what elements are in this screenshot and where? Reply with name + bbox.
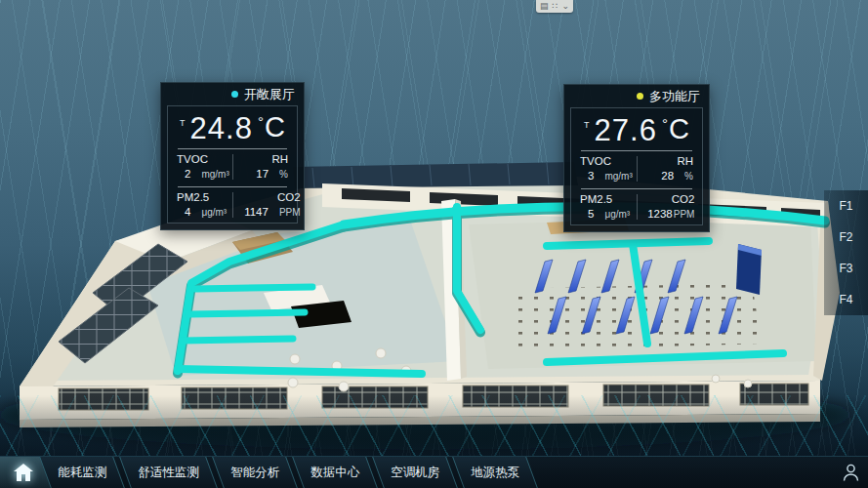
tab-smart-analysis[interactable]: 智能分析 (212, 457, 298, 488)
tvoc-label: TVOC (580, 155, 633, 167)
rh-metric: RH 28% (641, 155, 702, 182)
home-icon (14, 464, 33, 481)
floor-button-f4[interactable]: F4 (824, 284, 868, 315)
viewer-mini-toolbar: ▤ ∷ ⌄ (536, 0, 573, 13)
tvoc-label: TVOC (177, 153, 229, 165)
tab-comfort-monitoring[interactable]: 舒适性监测 (119, 457, 217, 488)
co2-value: 1238 (647, 208, 673, 220)
user-button[interactable] (839, 461, 862, 484)
nav-tabs: 能耗监测 舒适性监测 智能分析 数据中心 空调机房 地源热泵 (45, 457, 532, 488)
pm-co2-row: PM2.5 4μg/m³ CO2 1147PPM (168, 187, 297, 223)
divider (232, 154, 233, 180)
co2-unit: PPM (674, 209, 695, 220)
panel-title: 开敞展厅 (244, 86, 295, 103)
divider (637, 194, 638, 220)
temperature-reading: T 27.6 ° C (571, 108, 702, 148)
pm25-label: PM2.5 (177, 191, 227, 203)
tvoc-rh-row: TVOC 2mg/m³ RH 17% (168, 149, 297, 184)
temp-label: T (180, 118, 186, 128)
tab-label: 数据中心 (310, 465, 359, 481)
pm25-unit: μg/m³ (604, 209, 630, 220)
panel-body: T 24.8 ° C TVOC 2mg/m³ RH 17% (167, 105, 298, 224)
co2-unit: PPM (279, 207, 301, 218)
pm-co2-row: PM2.5 5μg/m³ CO2 1238PPM (571, 189, 702, 224)
co2-value: 1147 (244, 206, 269, 218)
floor-button-f2[interactable]: F2 (824, 222, 868, 253)
rh-unit: % (279, 169, 288, 180)
floor-button-f1[interactable]: F1 (824, 190, 868, 222)
rh-value: 28 (661, 170, 674, 182)
tab-data-center[interactable]: 数据中心 (292, 457, 378, 488)
pm25-value: 4 (185, 206, 190, 218)
panel-body: T 27.6 ° C TVOC 3mg/m³ RH 28% (570, 107, 703, 225)
temp-unit: C (265, 113, 285, 142)
temp-label: T (584, 120, 590, 130)
rh-value: 17 (256, 168, 269, 180)
degree-symbol: ° (258, 113, 264, 130)
bottom-nav-bar: 能耗监测 舒适性监测 智能分析 数据中心 空调机房 地源热泵 (0, 456, 868, 488)
co2-metric: CO2 1147PPM (235, 191, 309, 218)
rh-metric: RH 17% (238, 153, 297, 180)
tvoc-value: 3 (588, 170, 594, 182)
building-3d-view[interactable] (0, 0, 868, 488)
pm25-label: PM2.5 (580, 193, 630, 205)
co2-label: CO2 (647, 193, 694, 205)
temp-unit: C (669, 115, 689, 143)
user-icon (843, 464, 859, 481)
tab-label: 智能分析 (230, 465, 279, 481)
tab-ground-source-heat-pump[interactable]: 地源热泵 (452, 457, 538, 488)
co2-label: CO2 (244, 191, 300, 203)
sensor-panel-multifunction-hall: 多功能厅 T 27.6 ° C TVOC 3mg/m³ RH 28% (563, 84, 710, 232)
tvoc-value: 2 (185, 168, 190, 180)
tab-label: 能耗监测 (58, 465, 106, 481)
rh-unit: % (684, 171, 693, 182)
tvoc-unit: mg/m³ (201, 169, 228, 180)
temp-value: 24.8 (190, 113, 253, 143)
pm25-unit: μg/m³ (201, 207, 227, 218)
tab-energy-monitoring[interactable]: 能耗监测 (39, 457, 125, 488)
tab-label: 舒适性监测 (138, 465, 199, 481)
layers-icon[interactable]: ▤ (540, 2, 549, 11)
divider (232, 192, 233, 218)
pm25-value: 5 (588, 208, 594, 220)
temp-value: 27.6 (595, 115, 657, 145)
rh-label: RH (650, 155, 693, 167)
panel-title: 多功能厅 (649, 88, 700, 105)
status-dot-icon (231, 91, 238, 98)
status-dot-icon (637, 93, 643, 100)
rh-label: RH (247, 153, 288, 165)
tab-ac-machine-room[interactable]: 空调机房 (372, 457, 458, 488)
sensor-panel-open-hall: 开敞展厅 T 24.8 ° C TVOC 2mg/m³ RH 17% (160, 82, 305, 230)
tvoc-metric: TVOC 2mg/m³ (168, 153, 238, 180)
tvoc-metric: TVOC 3mg/m³ (571, 155, 641, 182)
temperature-reading: T 24.8 ° C (168, 106, 297, 146)
co2-metric: CO2 1238PPM (639, 193, 703, 220)
pm25-metric: PM2.5 5μg/m³ (571, 193, 639, 220)
tvoc-unit: mg/m³ (604, 171, 632, 182)
tvoc-rh-row: TVOC 3mg/m³ RH 28% (571, 151, 702, 186)
tab-label: 地源热泵 (471, 465, 519, 481)
panel-title-row: 多功能厅 (564, 85, 709, 107)
pm25-metric: PM2.5 4μg/m³ (168, 191, 235, 218)
degree-symbol: ° (662, 115, 668, 132)
chevron-down-icon[interactable]: ⌄ (561, 2, 569, 11)
grid-icon[interactable]: ∷ (553, 2, 558, 11)
floor-button-f3[interactable]: F3 (824, 253, 868, 284)
tab-label: 空调机房 (391, 465, 439, 481)
panel-title-row: 开敞展厅 (161, 83, 304, 105)
floor-button-strip: F1 F2 F3 F4 (824, 190, 868, 315)
divider (637, 156, 638, 182)
dashboard-stage: 开敞展厅 T 24.8 ° C TVOC 2mg/m³ RH 17% (0, 0, 868, 488)
